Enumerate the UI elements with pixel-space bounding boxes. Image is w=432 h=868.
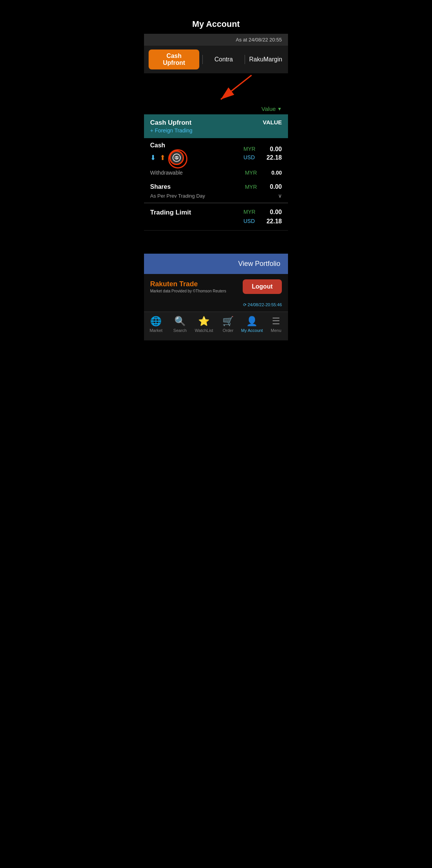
tab-divider-2 [245,55,245,64]
trading-limit-section: Trading Limit MYR 0.00 USD 22.18 [144,203,288,231]
nav-order[interactable]: 🛒 Order [216,316,240,333]
withdrawable-right: MYR 0.00 [245,170,282,176]
watchlist-icon: ⭐ [198,316,210,327]
market-icon: 🌐 [150,316,162,327]
cash-usd-currency: USD [243,154,257,161]
tab-divider [202,55,203,64]
nav-watchlist[interactable]: ⭐ WatchList [192,316,216,333]
timestamp-bar: As at 24/08/22 20:55 [144,34,288,46]
tab-contra[interactable]: Contra [206,56,241,63]
nav-market-label: Market [149,328,162,333]
cash-row-right: MYR 0.00 USD 22.18 [243,146,282,161]
trading-limit-values: MYR 0.00 USD 22.18 [243,209,282,225]
nav-menu[interactable]: ☰ Menu [264,316,288,333]
brand-name: Rakuten Trade [150,280,226,288]
tab-raku-margin[interactable]: RakuMargin [248,56,283,63]
shares-value: 0.00 [261,183,282,190]
trading-limit-row: Trading Limit MYR 0.00 USD 22.18 [150,209,282,225]
menu-icon: ☰ [272,316,280,327]
cash-section: Cash ⬇ ⬆ $ MYR [144,138,288,203]
trading-limit-usd-value: 22.18 [261,218,282,225]
trading-limit-myr-value: 0.00 [261,209,282,216]
view-portfolio-bar[interactable]: View Portfolio [144,254,288,274]
shares-currency: MYR [245,184,257,190]
logout-button[interactable]: Logout [243,279,282,294]
foreign-trading-label[interactable]: + Foreign Trading [150,127,192,134]
content-spacer [144,231,288,254]
view-portfolio-button[interactable]: View Portfolio [238,260,280,268]
annotation-arrow-svg [144,73,288,104]
cash-myr-value: 0.00 [261,146,282,153]
brand-info: Rakuten Trade Market data Provided by ©T… [150,280,226,293]
cash-row: Cash ⬇ ⬆ $ MYR [144,138,288,169]
cash-usd-row: USD 22.18 [243,154,282,161]
prev-trading-day-row: As Per Prev Trading Day ∨ [144,192,288,203]
withdrawable-row: Withdrawable MYR 0.00 [144,169,288,180]
cash-upfront-title: Cash Upfront [150,119,192,127]
timestamp-refresh-bar: ⟳ 24/08/22-20:55:46 [144,299,288,312]
footer-brand: Rakuten Trade Market data Provided by ©T… [144,274,288,299]
prev-day-label: As Per Prev Trading Day [150,193,205,199]
brand-trade: Trade [179,280,198,288]
trading-limit-myr-row: MYR 0.00 [243,209,282,216]
withdraw-icon[interactable]: ⬆ [160,153,166,162]
trading-limit-usd-row: USD 22.18 [243,218,282,225]
shares-label: Shares [150,183,170,190]
withdrawable-value: 0.00 [261,170,282,176]
cash-action-icons: ⬇ ⬆ $ [150,150,184,165]
value-dropdown[interactable]: Value ▼ [144,104,288,114]
my-account-icon: 👤 [246,316,258,327]
cash-usd-value: 22.18 [261,154,282,161]
refresh-timestamp: ⟳ 24/08/22-20:55:46 [243,302,282,307]
tab-cash-upfront[interactable]: Cash Upfront [149,50,199,69]
cash-row-left: Cash ⬇ ⬆ $ [150,142,184,165]
bottom-navigation: 🌐 Market 🔍 Search ⭐ WatchList 🛒 Order 👤 … [144,312,288,340]
page-title: My Account [192,19,240,29]
cash-myr-row: MYR 0.00 [243,146,282,153]
trading-limit-myr-currency: MYR [243,209,257,216]
brand-rakuten: Rakuten [150,280,177,288]
arrow-annotation [144,73,288,104]
order-icon: 🛒 [222,316,234,327]
nav-market[interactable]: 🌐 Market [144,316,168,333]
header: My Account [144,0,288,34]
svg-text:$: $ [175,155,178,160]
brand-sub: Market data Provided by ©Thomson Reuters [150,289,226,293]
search-icon: 🔍 [174,316,186,327]
nav-watchlist-label: WatchList [195,328,213,333]
nav-order-label: Order [223,328,233,333]
account-tabs: Cash Upfront Contra RakuMargin [144,46,288,73]
trading-limit-label: Trading Limit [150,209,191,216]
convert-icon: $ [172,153,181,162]
cash-myr-currency: MYR [243,146,257,153]
withdrawable-label: Withdrawable [150,170,183,176]
convert-currency-button[interactable]: $ [169,150,184,165]
cash-label: Cash [150,142,184,149]
trading-limit-usd-currency: USD [243,218,257,225]
shares-row: Shares MYR 0.00 [144,180,288,192]
cash-upfront-right: VALUE [263,119,282,125]
withdrawable-currency: MYR [245,170,257,176]
value-sort-button[interactable]: Value ▼ [262,106,282,112]
shares-right: MYR 0.00 [245,183,282,190]
nav-my-account[interactable]: 👤 My Account [240,316,264,333]
value-sort-label: Value [262,106,276,112]
nav-search[interactable]: 🔍 Search [168,316,192,333]
timestamp-text: As at 24/08/22 20:55 [236,37,282,43]
deposit-icon[interactable]: ⬇ [150,153,156,162]
nav-menu-label: Menu [271,328,281,333]
nav-search-label: Search [173,328,187,333]
chevron-down-icon: ▼ [277,106,282,112]
expand-prev-day-icon[interactable]: ∨ [278,193,282,199]
value-column-header: VALUE [263,119,282,125]
nav-my-account-label: My Account [241,328,263,333]
svg-line-1 [221,75,252,99]
cash-upfront-header: Cash Upfront + Foreign Trading VALUE [144,114,288,138]
cash-upfront-left: Cash Upfront + Foreign Trading [150,119,192,134]
